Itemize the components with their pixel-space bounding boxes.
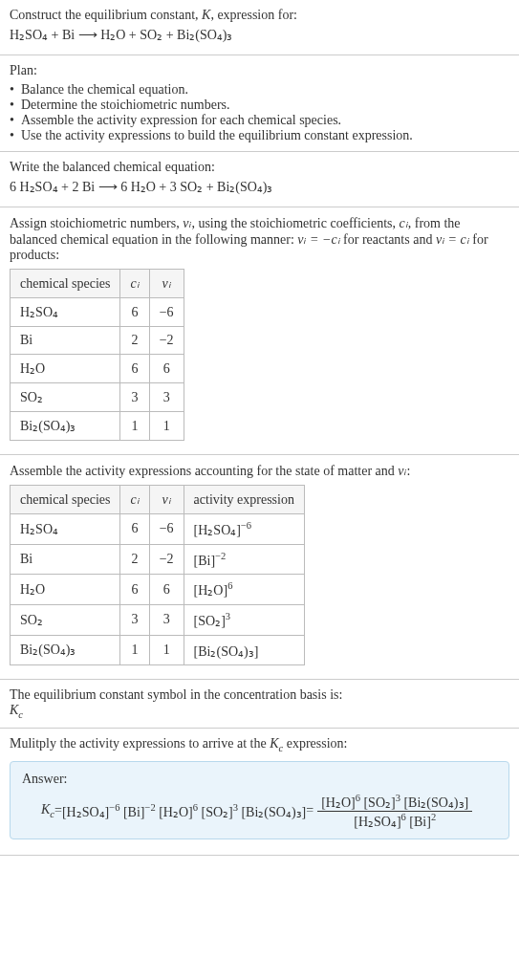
plan-item-3: •Use the activity expressions to build t… [10, 128, 509, 143]
flat-expression: [H₂SO₄]−6 [Bi]−2 [H₂O]6 [SO₂]3 [Bi₂(SO₄)… [62, 802, 306, 820]
balanced-equation: 6 H₂SO₄ + 2 Bi ⟶ 6 H₂O + 3 SO₂ + Bi₂(SO₄… [10, 179, 509, 195]
bullet-icon: • [10, 82, 21, 98]
table-row: H₂SO₄6−6 [11, 298, 184, 327]
answer-box: Answer: Kc = [H₂SO₄]−6 [Bi]−2 [H₂O]6 [SO… [10, 761, 509, 839]
intro-text-b: , expression for: [210, 8, 297, 22]
plan-section: Plan: •Balance the chemical equation. •D… [0, 55, 519, 152]
col-species: chemical species [11, 270, 120, 298]
answer-equation: Kc = [H₂SO₄]−6 [Bi]−2 [H₂O]6 [SO₂]3 [Bi₂… [22, 793, 497, 829]
numerator: [H₂O]6 [SO₂]3 [Bi₂(SO₄)₃] [317, 793, 472, 812]
intro-text-a: Construct the equilibrium constant, [10, 8, 202, 22]
eq-lhs: H₂SO₄ + Bi [10, 28, 75, 42]
table-row: Bi2−2 [11, 327, 184, 355]
col-nui: νᵢ [149, 486, 184, 514]
activity-section: Assemble the activity expressions accoun… [0, 455, 519, 680]
table-row: H₂O66 [11, 355, 184, 383]
table-header-row: chemical species cᵢ νᵢ activity expressi… [11, 486, 305, 514]
stoich-section: Assign stoichiometric numbers, νᵢ, using… [0, 207, 519, 455]
table-row: H₂SO₄6−6[H₂SO₄]−6 [11, 514, 305, 545]
table-row: SO₂33 [11, 383, 184, 412]
col-ci: cᵢ [120, 270, 149, 298]
bullet-icon: • [10, 113, 21, 128]
answer-label: Answer: [22, 772, 497, 787]
symbol-section: The equilibrium constant symbol in the c… [0, 680, 519, 729]
intro-line: Construct the equilibrium constant, K, e… [10, 8, 509, 23]
col-ci: cᵢ [120, 486, 149, 514]
col-activity: activity expression [184, 486, 304, 514]
k-symbol: K [202, 8, 210, 22]
activity-expr: [Bi]−2 [184, 544, 304, 575]
plan-item-1: •Determine the stoichiometric numbers. [10, 98, 509, 113]
bullet-icon: • [10, 98, 21, 113]
activity-expr: [SO₂]3 [184, 604, 304, 635]
eq-rhs: H₂O + SO₂ + Bi₂(SO₄)₃ [100, 28, 232, 42]
denominator: [H₂SO₄]6 [Bi]2 [317, 812, 472, 830]
activity-expr: [H₂SO₄]−6 [184, 514, 304, 545]
stoich-table: chemical species cᵢ νᵢ H₂SO₄6−6 Bi2−2 H₂… [10, 269, 184, 441]
answer-section: Mulitply the activity expressions to arr… [0, 729, 519, 856]
table-row: Bi2−2[Bi]−2 [11, 544, 305, 575]
table-header-row: chemical species cᵢ νᵢ [11, 270, 184, 298]
bullet-icon: • [10, 128, 21, 143]
col-species: chemical species [11, 486, 120, 514]
balanced-section: Write the balanced chemical equation: 6 … [0, 152, 519, 207]
eq-arrow: ⟶ [75, 28, 100, 42]
stoich-intro: Assign stoichiometric numbers, νᵢ, using… [10, 215, 509, 263]
fraction: [H₂O]6 [SO₂]3 [Bi₂(SO₄)₃] [H₂SO₄]6 [Bi]2 [317, 793, 472, 829]
table-row: Bi₂(SO₄)₃11[Bi₂(SO₄)₃] [11, 635, 305, 665]
intro-section: Construct the equilibrium constant, K, e… [0, 0, 519, 55]
activity-expr: [Bi₂(SO₄)₃] [184, 635, 304, 665]
kc-symbol: Kc [10, 703, 509, 720]
activity-expr: [H₂O]6 [184, 575, 304, 605]
table-row: Bi₂(SO₄)₃11 [11, 412, 184, 441]
multiply-line: Mulitply the activity expressions to arr… [10, 736, 509, 753]
balanced-header: Write the balanced chemical equation: [10, 160, 509, 175]
col-nui: νᵢ [149, 270, 184, 298]
symbol-line: The equilibrium constant symbol in the c… [10, 687, 509, 703]
plan-item-0: •Balance the chemical equation. [10, 82, 509, 98]
unbalanced-equation: H₂SO₄ + Bi ⟶ H₂O + SO₂ + Bi₂(SO₄)₃ [10, 27, 509, 43]
bal-arrow: ⟶ [95, 180, 120, 194]
activity-intro: Assemble the activity expressions accoun… [10, 463, 509, 479]
plan-item-2: •Assemble the activity expression for ea… [10, 113, 509, 128]
plan-header: Plan: [10, 63, 509, 78]
table-row: H₂O66[H₂O]6 [11, 575, 305, 605]
kc-lhs: Kc [41, 802, 54, 819]
activity-table: chemical species cᵢ νᵢ activity expressi… [10, 485, 305, 665]
table-row: SO₂33[SO₂]3 [11, 604, 305, 635]
bal-lhs: 6 H₂SO₄ + 2 Bi [10, 180, 95, 194]
bal-rhs: 6 H₂O + 3 SO₂ + Bi₂(SO₄)₃ [120, 180, 272, 194]
